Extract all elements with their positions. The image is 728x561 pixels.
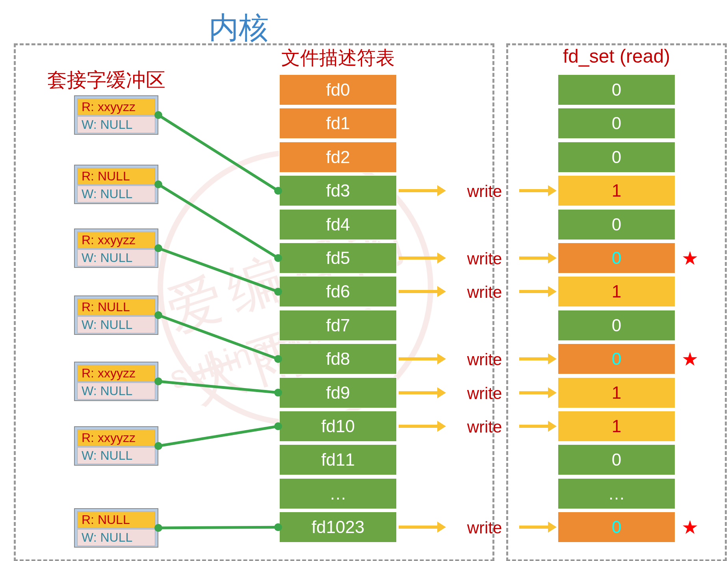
arrow-icon xyxy=(519,425,549,428)
kernel-title: 内核 xyxy=(209,8,269,48)
fd-cell: fd11 xyxy=(279,444,397,476)
arrow-icon xyxy=(519,391,549,394)
fd-cell: fd7 xyxy=(279,310,397,341)
arrow-icon xyxy=(519,357,549,360)
fd-cell: fd9 xyxy=(279,377,397,409)
socket-buffer-title: 套接字缓冲区 xyxy=(47,67,165,93)
fd-cell: fd5 xyxy=(279,242,397,274)
arrow-icon xyxy=(399,256,438,260)
buffer-write: W: NULL xyxy=(77,186,155,202)
buffer-write: W: NULL xyxy=(77,249,155,266)
fdset-cell: 0 xyxy=(557,242,676,274)
buffer-read: R: xxyyzz xyxy=(77,429,155,446)
arrow-icon xyxy=(519,526,549,529)
fdset-cell: 1 xyxy=(557,411,676,442)
fdset-cell: 0 xyxy=(557,444,676,476)
buffer-write: W: NULL xyxy=(77,447,155,464)
socket-buffer: R: NULLW: NULL xyxy=(74,165,158,204)
buffer-read: R: NULL xyxy=(77,299,155,316)
socket-buffer: R: xxyyzzW: NULL xyxy=(74,228,158,268)
buffer-write: W: NULL xyxy=(77,529,155,546)
fd-table-title: 文件描述符表 xyxy=(279,45,397,71)
fdset-cell: 0 xyxy=(557,141,676,173)
fdset-cell: 0 xyxy=(557,74,676,106)
fd-cell: fd1 xyxy=(279,108,397,139)
buffer-read: R: NULL xyxy=(77,511,155,528)
arrow-icon xyxy=(399,290,438,293)
arrow-icon xyxy=(519,189,549,192)
fd-cell: fd2 xyxy=(279,141,397,173)
write-label: write xyxy=(445,418,524,437)
fdset-cell: 0 xyxy=(557,108,676,139)
write-label: write xyxy=(445,182,524,201)
buffer-write: W: NULL xyxy=(77,383,155,399)
arrow-icon xyxy=(399,391,438,394)
arrow-icon xyxy=(519,290,549,293)
fdset-cell: 1 xyxy=(557,276,676,307)
write-label: write xyxy=(445,283,524,302)
fdset-cell: … xyxy=(557,478,676,509)
arrow-icon xyxy=(399,189,438,192)
fd-cell: fd0 xyxy=(279,74,397,106)
fdset-cell: 1 xyxy=(557,377,676,409)
fdset-cell: 0 xyxy=(557,343,676,375)
socket-buffer: R: xxyyzzW: NULL xyxy=(74,362,158,401)
buffer-write: W: NULL xyxy=(77,116,155,133)
buffer-read: R: xxyyzz xyxy=(77,232,155,249)
diagram-canvas: 爱编程的大雨 subingwen.cn 内核 套接字缓冲区 文件描述符表 fd_… xyxy=(4,4,728,561)
buffer-read: R: xxyyzz xyxy=(77,365,155,382)
socket-buffer: R: xxyyzzW: NULL xyxy=(74,95,158,135)
arrow-icon xyxy=(399,357,438,360)
fdset-cell: 0 xyxy=(557,511,676,543)
fd-cell: fd3 xyxy=(279,175,397,206)
write-label: write xyxy=(445,518,524,537)
fd-cell: fd1023 xyxy=(279,511,397,543)
write-label: write xyxy=(445,249,524,268)
arrow-icon xyxy=(399,526,438,529)
socket-buffer: R: NULLW: NULL xyxy=(74,295,158,335)
fd-cell: fd10 xyxy=(279,411,397,442)
arrow-icon xyxy=(519,256,549,260)
fd-cell: fd4 xyxy=(279,209,397,240)
buffer-write: W: NULL xyxy=(77,316,155,333)
arrow-icon xyxy=(399,425,438,428)
fd-cell: fd8 xyxy=(279,343,397,375)
buffer-read: R: xxyyzz xyxy=(77,98,155,115)
star-icon: ★ xyxy=(682,348,698,370)
fd-cell: … xyxy=(279,478,397,509)
star-icon: ★ xyxy=(682,247,698,269)
fdset-cell: 0 xyxy=(557,209,676,240)
buffer-read: R: NULL xyxy=(77,168,155,185)
write-label: write xyxy=(445,350,524,369)
fdset-cell: 0 xyxy=(557,310,676,341)
fdset-cell: 1 xyxy=(557,175,676,206)
socket-buffer: R: xxyyzzW: NULL xyxy=(74,426,158,466)
fd-cell: fd6 xyxy=(279,276,397,307)
socket-buffer: R: NULLW: NULL xyxy=(74,508,158,548)
write-label: write xyxy=(445,384,524,403)
star-icon: ★ xyxy=(682,516,698,538)
